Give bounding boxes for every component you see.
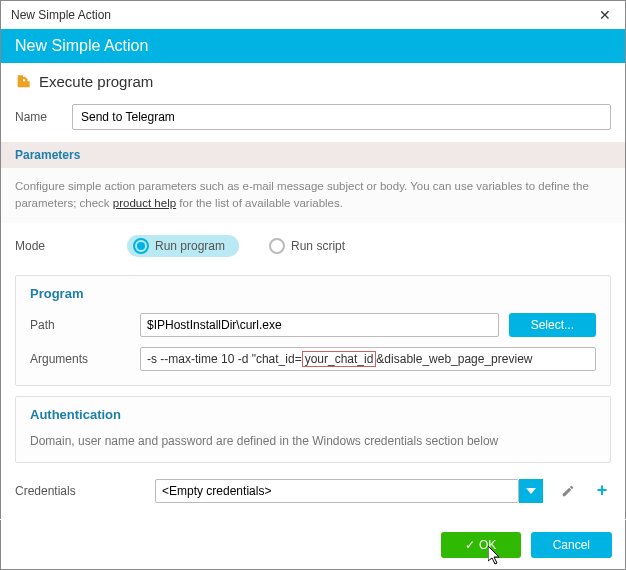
mode-label: Mode — [15, 239, 115, 253]
sub-header-title: Execute program — [39, 73, 153, 90]
name-label: Name — [15, 110, 60, 124]
program-title: Program — [30, 286, 596, 301]
run-script-radio[interactable]: Run script — [269, 238, 345, 254]
ok-button[interactable]: OK — [441, 532, 521, 558]
arguments-label: Arguments — [30, 352, 130, 366]
select-button[interactable]: Select... — [509, 313, 596, 337]
args-suffix: &disable_web_page_preview — [376, 352, 532, 366]
radio-dot-icon — [133, 238, 149, 254]
parameters-title: Parameters — [1, 142, 625, 168]
run-program-label: Run program — [155, 239, 225, 253]
credentials-dropdown[interactable] — [155, 479, 543, 503]
arguments-input[interactable]: -s --max-time 10 -d "chat_id=your_chat_i… — [140, 347, 596, 371]
edit-icon[interactable] — [559, 482, 577, 500]
window-title: New Simple Action — [11, 8, 591, 22]
footer: OK Cancel — [0, 519, 626, 570]
cancel-button[interactable]: Cancel — [531, 532, 612, 558]
authentication-section: Authentication Domain, user name and pas… — [15, 396, 611, 463]
parameters-description: Configure simple action parameters such … — [1, 168, 625, 223]
product-help-link[interactable]: product help — [113, 197, 176, 209]
dialog-title: New Simple Action — [15, 37, 148, 54]
mode-row: Mode Run program Run script — [1, 223, 625, 269]
close-icon[interactable]: ✕ — [591, 7, 619, 23]
path-label: Path — [30, 318, 130, 332]
authentication-title: Authentication — [30, 407, 596, 422]
dialog-header: New Simple Action — [1, 29, 625, 63]
authentication-desc: Domain, user name and password are defin… — [30, 434, 596, 448]
radio-dot-icon — [269, 238, 285, 254]
args-highlight: your_chat_id — [302, 351, 377, 367]
credentials-row: Credentials + — [1, 473, 625, 503]
path-input[interactable] — [140, 313, 499, 337]
credentials-label: Credentials — [15, 484, 145, 498]
credentials-input[interactable] — [155, 479, 519, 503]
dropdown-toggle-icon[interactable] — [519, 479, 543, 503]
name-row: Name — [1, 100, 625, 142]
run-script-label: Run script — [291, 239, 345, 253]
path-row: Path Select... — [30, 313, 596, 337]
params-desc-text-2: for the list of available variables. — [176, 197, 343, 209]
title-bar: New Simple Action ✕ — [1, 1, 625, 29]
name-input[interactable] — [72, 104, 611, 130]
program-section: Program Path Select... Arguments -s --ma… — [15, 275, 611, 386]
args-prefix: -s --max-time 10 -d "chat_id= — [147, 352, 302, 366]
arguments-row: Arguments -s --max-time 10 -d "chat_id=y… — [30, 347, 596, 371]
run-program-radio[interactable]: Run program — [127, 235, 239, 257]
add-icon[interactable]: + — [593, 482, 611, 500]
puzzle-icon — [15, 74, 31, 90]
sub-header: Execute program — [1, 63, 625, 100]
